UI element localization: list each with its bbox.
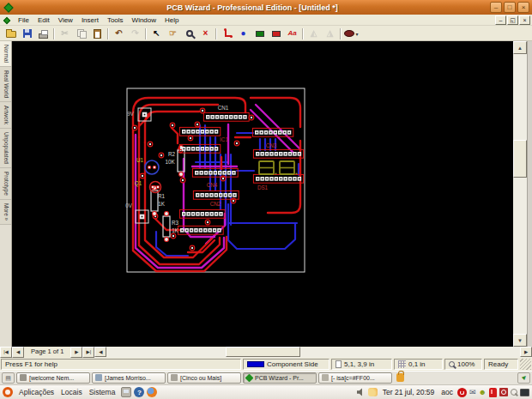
resize-grip[interactable]: [520, 359, 531, 370]
mdi-close-button[interactable]: ×: [519, 15, 530, 25]
username[interactable]: aoc: [439, 388, 455, 396]
open-icon: [6, 31, 16, 38]
weather-icon[interactable]: [368, 388, 378, 396]
menu-window[interactable]: Window: [128, 15, 160, 26]
screenshot-icon[interactable]: [499, 388, 508, 396]
layer-color-swatch: [247, 361, 264, 367]
firefox-icon[interactable]: [147, 387, 157, 397]
page-navigation-bar: |◀ ◀ Page 1 of 1 ▶ ▶| ◀ ▶: [0, 347, 532, 358]
window-edge: [527, 41, 532, 347]
view-tab-normal[interactable]: Normal: [0, 41, 11, 67]
place-copper-icon: [272, 31, 281, 37]
menu-tools[interactable]: Tools: [103, 15, 128, 26]
menu-insert[interactable]: Insert: [77, 15, 103, 26]
select-button[interactable]: ↖: [148, 27, 165, 40]
toolbar-separator: [53, 28, 55, 39]
panel-menu-locais[interactable]: Locais: [57, 385, 86, 399]
horizontal-scroll-thumb[interactable]: [226, 347, 300, 357]
menu-edit[interactable]: Edit: [33, 15, 54, 26]
view-tab-unpopulated[interactable]: Unpopulated: [0, 129, 11, 168]
mirror-button[interactable]: ◭: [305, 27, 322, 40]
open-button[interactable]: [3, 27, 19, 40]
real-world-view-icon: [344, 30, 354, 37]
tray-lock-icon[interactable]: [396, 373, 404, 382]
distributor-logo-icon[interactable]: [3, 387, 13, 397]
menu-help[interactable]: Help: [160, 15, 183, 26]
taskbar-button-welcome-nem[interactable]: [welcome Nem...: [16, 372, 90, 384]
view-tab-artwork[interactable]: Artwork: [0, 102, 11, 129]
place-text-button[interactable]: Aa: [284, 27, 300, 40]
delete-button[interactable]: ×: [197, 27, 214, 40]
app-icon[interactable]: [3, 3, 13, 12]
status-field: Ready: [484, 359, 518, 370]
page-icon: [336, 360, 342, 368]
place-copper-button[interactable]: [268, 27, 284, 40]
cut-button[interactable]: ✂: [57, 27, 73, 40]
page-indicator: Page 1 of 1: [24, 347, 70, 358]
cursor-position-field: 5,1, 3,9 in: [331, 359, 392, 370]
horizontal-scrollbar[interactable]: ◀ ▶: [94, 347, 532, 358]
save-button[interactable]: [19, 27, 35, 40]
vertical-scroll-track[interactable]: [513, 54, 527, 334]
taskbar-button-pcb-wizard-pr[interactable]: PCB Wizard - Pr...: [243, 372, 317, 384]
first-page-button[interactable]: |◀: [0, 347, 12, 358]
taskbar-button-cinco-ou-mais[interactable]: [Cinco ou Mais]: [167, 372, 241, 384]
clock[interactable]: Ter 21 jul, 20:59: [380, 388, 437, 396]
place-pad-button[interactable]: ●: [235, 27, 251, 40]
pcb-canvas[interactable]: CN1IC1CN3DS1CN4CN2R210KR11KR31KU1Q19V0V: [12, 41, 513, 347]
minimize-button[interactable]: –: [490, 2, 502, 13]
vertical-scroll-thumb[interactable]: [513, 140, 527, 178]
volume-icon[interactable]: [357, 388, 366, 396]
search-icon[interactable]: [511, 389, 517, 396]
menu-file[interactable]: File: [14, 15, 33, 26]
close-button[interactable]: ×: [517, 2, 529, 13]
user-status-icon[interactable]: ☻: [479, 388, 487, 397]
maximize-button[interactable]: □: [504, 2, 516, 13]
prev-page-button[interactable]: ◀: [12, 347, 24, 358]
rotate-button[interactable]: ◮: [322, 27, 338, 40]
taskbar-button-james-morriso[interactable]: [James Morriso...: [92, 372, 166, 384]
vertical-scrollbar[interactable]: ▲ ▼: [513, 41, 527, 347]
file-manager-icon[interactable]: [121, 387, 131, 397]
zoom-button[interactable]: [181, 27, 197, 40]
real-world-view-button[interactable]: ▾: [343, 27, 360, 40]
display-icon[interactable]: [520, 389, 529, 396]
print-button[interactable]: [35, 27, 51, 40]
mdi-minimize-button[interactable]: –: [495, 15, 506, 25]
window-icon: [322, 374, 329, 381]
svg-text:1K: 1K: [158, 201, 166, 207]
scroll-down-button[interactable]: ▼: [513, 334, 527, 347]
magnifier-icon: [449, 361, 455, 367]
zoom-icon: [186, 30, 193, 37]
panel-menu-aplica-es[interactable]: Aplicações: [15, 385, 57, 399]
cursor-position: 5,1, 3,9 in: [344, 360, 374, 368]
view-tab-more[interactable]: More »: [0, 200, 11, 225]
view-tab-prototype[interactable]: Prototype: [0, 168, 11, 200]
document-icon[interactable]: [3, 16, 10, 23]
redo-button[interactable]: ↷: [127, 27, 143, 40]
copy-button[interactable]: [73, 27, 89, 40]
help-icon[interactable]: [134, 387, 144, 397]
place-silkscreen-button[interactable]: [251, 27, 268, 40]
paste-button[interactable]: [89, 27, 106, 40]
scroll-left-button[interactable]: ◀: [94, 347, 106, 357]
show-desktop-button[interactable]: ▲: [517, 372, 530, 384]
mail-icon[interactable]: ✉: [469, 388, 476, 397]
taskbar-button-isa-c-ff00[interactable]: [- isa[c=#FF00...: [318, 372, 392, 384]
view-tab-real-world[interactable]: Real World: [0, 67, 11, 102]
mdi-restore-button[interactable]: ◱: [507, 15, 518, 25]
panel-menu-sistema[interactable]: Sistema: [86, 385, 119, 399]
pan-button[interactable]: ☞: [165, 27, 181, 40]
next-page-button[interactable]: ▶: [70, 347, 82, 358]
session-power-icon[interactable]: [457, 388, 467, 397]
menu-view[interactable]: View: [54, 15, 77, 26]
window-list-handle[interactable]: ▤: [2, 372, 15, 384]
scroll-right-button[interactable]: ▶: [520, 347, 532, 357]
stop-hand-icon[interactable]: [489, 388, 497, 397]
undo-button[interactable]: ↶: [111, 27, 127, 40]
place-track-button[interactable]: [219, 27, 235, 40]
toolbar-separator: [340, 28, 342, 39]
scroll-up-button[interactable]: ▲: [513, 41, 527, 54]
pcb-design[interactable]: CN1IC1CN3DS1CN4CN2R210KR11KR31KU1Q19V0V: [12, 41, 513, 347]
last-page-button[interactable]: ▶|: [82, 347, 94, 358]
